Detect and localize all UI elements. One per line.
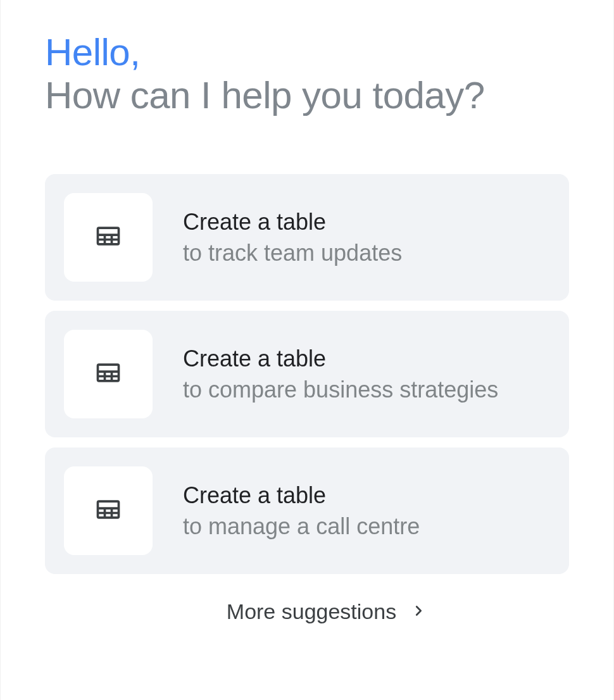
- icon-box: [64, 466, 153, 555]
- table-icon: [94, 222, 122, 253]
- suggestion-text: Create a table to track team updates: [183, 208, 402, 267]
- more-suggestions-button[interactable]: More suggestions: [45, 599, 569, 624]
- more-suggestions-label: More suggestions: [227, 599, 396, 624]
- suggestion-card-compare-business-strategies[interactable]: Create a table to compare business strat…: [45, 311, 569, 437]
- table-icon: [94, 496, 122, 526]
- icon-box: [64, 330, 153, 418]
- suggestion-card-track-team-updates[interactable]: Create a table to track team updates: [45, 174, 569, 301]
- greeting-header: Hello, How can I help you today?: [45, 32, 569, 117]
- suggestion-title: Create a table: [183, 481, 420, 509]
- suggestion-description: to track team updates: [183, 239, 402, 267]
- suggestion-title: Create a table: [183, 208, 402, 236]
- suggestion-card-manage-call-centre[interactable]: Create a table to manage a call centre: [45, 447, 569, 574]
- chevron-right-icon: [411, 604, 425, 620]
- greeting-hello: Hello,: [45, 32, 569, 73]
- table-icon: [94, 359, 122, 389]
- suggestion-description: to manage a call centre: [183, 512, 420, 541]
- icon-box: [64, 193, 153, 282]
- suggestion-description: to compare business strategies: [183, 375, 498, 404]
- suggestions-list: Create a table to track team updates Cre…: [45, 174, 569, 574]
- suggestion-text: Create a table to compare business strat…: [183, 344, 498, 404]
- suggestion-text: Create a table to manage a call centre: [183, 481, 420, 541]
- suggestion-title: Create a table: [183, 344, 498, 373]
- greeting-subtitle: How can I help you today?: [45, 73, 569, 117]
